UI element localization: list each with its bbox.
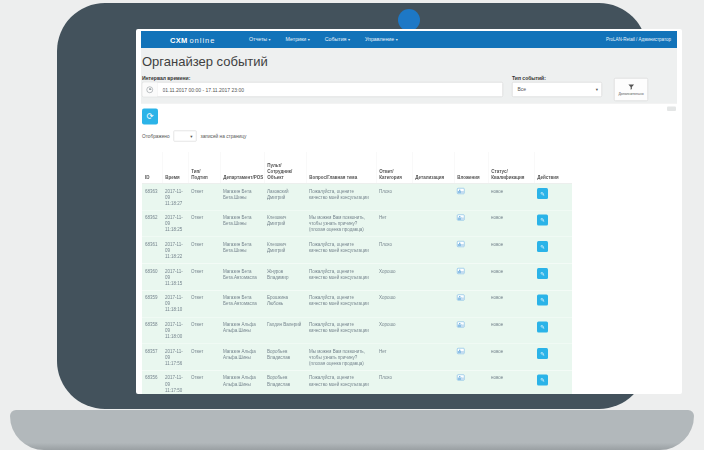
menu-item-reports[interactable]: Отчеты▾ [241,31,278,49]
event-detail [412,344,454,371]
event-type: Ответ [188,370,220,394]
event-object: Жнуров Владимир [264,264,306,291]
edit-event-button[interactable]: ✎ [537,188,548,199]
event-actions-cell: ✎ [534,210,572,237]
event-question: Пожалуйста, оцените качество моей консул… [306,264,376,291]
event-department: Магазин Бета Бета.Автомасла [220,264,264,291]
event-object: Ерошкина Любовь [264,290,306,317]
event-actions-cell: ✎ [534,290,572,317]
event-object: Воробьев Владислав [264,344,306,371]
table-row: 683592017-11-09 11:18:10ОтветМагазин Бет… [142,290,572,317]
col-id: ID [142,152,162,184]
scene: CXMonline Отчеты▾ Метрики▾ События▾ Упра… [0,0,704,450]
col-department: Департамент/POS [220,152,264,184]
event-actions-cell: ✎ [534,344,572,371]
attachment-image-icon[interactable] [457,321,465,327]
event-department: Магазин Бета Бета.Шины [220,210,264,237]
event-department: Магазин Альфа Альфа.Шины [220,370,264,394]
col-object: Пульт/ Сотрудник/ Объект [264,152,306,184]
attachment-image-icon[interactable] [457,268,465,274]
event-id: 68356 [142,370,162,394]
clock-icon [143,83,158,97]
table-row: 683582017-11-09 11:18:00ОтветМагазин Аль… [142,317,572,344]
app-logo[interactable]: CXMonline [170,35,215,44]
event-detail [412,184,454,211]
attachment-image-icon[interactable] [457,375,465,381]
collapsed-widget [667,107,676,112]
chevron-down-icon: ▾ [348,38,350,43]
table-row: 683572017-11-09 11:17:56ОтветМагазин Аль… [142,344,572,371]
event-department: Магазин Бета Бета.Шины [220,237,264,264]
page-title: Органайзер событий [142,54,268,70]
edit-event-button[interactable]: ✎ [537,321,548,332]
event-type: Ответ [188,264,220,291]
webcam-icon [398,9,420,31]
menu-item-metrics[interactable]: Метрики▾ [278,31,317,49]
event-status: новое [488,290,534,317]
table-row: 683602017-11-09 11:18:15ОтветМагазин Бет… [142,264,572,291]
edit-event-button[interactable]: ✎ [537,348,548,359]
event-object: Клезович Дмитрий [264,237,306,264]
event-detail [412,210,454,237]
event-detail [412,237,454,264]
edit-event-button[interactable]: ✎ [537,295,548,306]
menu-item-management[interactable]: Управление▾ [357,31,405,49]
monitor-bezel: CXMonline Отчеты▾ Метрики▾ События▾ Упра… [57,3,647,409]
attachment-image-icon[interactable] [457,241,465,247]
events-table-body: 683632017-11-09 11:18:27ОтветМагазин Бет… [142,184,572,395]
event-status: новое [488,344,534,371]
filter-funnel-icon [628,84,635,90]
event-time: 2017-11-09 11:18:10 [162,290,188,317]
attachment-image-icon[interactable] [457,214,465,220]
chevron-down-icon: ▾ [396,38,398,43]
event-question: Пожалуйста, оцените качество моей консул… [306,290,376,317]
event-question: Пожалуйста, оцените качество моей консул… [306,370,376,394]
col-type: Тип/ Подтип [188,152,220,184]
event-actions-cell: ✎ [534,370,572,394]
attachment-image-icon[interactable] [457,295,465,301]
edit-event-button[interactable]: ✎ [537,268,548,279]
event-attachments-cell [454,237,488,264]
event-id: 68358 [142,317,162,344]
page-size-suffix: записей на страницу [201,133,247,139]
menu-item-events[interactable]: События▾ [317,31,357,49]
event-time: 2017-11-09 11:18:00 [162,317,188,344]
page-size-select[interactable]: ▾ [174,131,197,142]
logo-primary: CXM [170,35,187,44]
event-detail [412,370,454,394]
interval-input[interactable] [158,83,503,97]
additional-filters-button[interactable]: Дополнительно [614,78,648,101]
event-time: 2017-11-09 11:17:56 [162,344,188,371]
event-status: новое [488,264,534,291]
event-time: 2017-11-09 11:18:22 [162,237,188,264]
event-answer: Плохо [376,370,412,394]
event-object: Галдин Валерий [264,317,306,344]
col-status: Статус/ Квалификация [488,152,534,184]
chevron-down-icon: ▾ [190,133,192,141]
event-type-select[interactable]: Все ▾ [512,82,602,97]
event-answer: Хорошо [376,290,412,317]
event-answer: Хорошо [376,317,412,344]
event-status: новое [488,237,534,264]
event-time: 2017-11-09 11:18:27 [162,184,188,211]
event-id: 68361 [142,237,162,264]
user-account-label[interactable]: ProLAN-Retail / Администратор [606,31,671,48]
table-row: 683632017-11-09 11:18:27ОтветМагазин Бет… [142,184,572,211]
event-detail [412,264,454,291]
event-question: Мы можем Вам позвонить, чтобы узнать при… [306,210,376,237]
event-type: Ответ [188,290,220,317]
filter-panel: Органайзер событий Интервал времени: Тип… [141,48,677,103]
event-answer: Нет [376,210,412,237]
event-attachments-cell [454,370,488,394]
col-detail: Детализация [412,152,454,184]
event-actions-cell: ✎ [534,317,572,344]
attachment-image-icon[interactable] [457,348,465,354]
edit-event-button[interactable]: ✎ [537,375,548,386]
event-time: 2017-11-09 11:17:50 [162,370,188,394]
edit-event-button[interactable]: ✎ [537,214,548,225]
event-department: Магазин Альфа Альфа.Шины [220,344,264,371]
attachment-image-icon[interactable] [457,188,465,194]
refresh-button[interactable]: ⟳ [142,109,158,125]
event-id: 68362 [142,210,162,237]
edit-event-button[interactable]: ✎ [537,241,548,252]
